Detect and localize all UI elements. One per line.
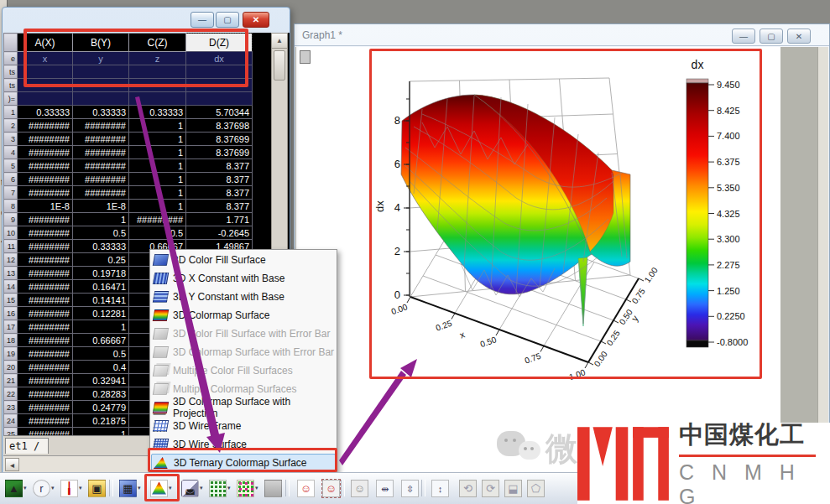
area-plot-icon[interactable]: ▲▾ <box>3 477 29 499</box>
data-cell[interactable]: ######## <box>18 253 73 267</box>
data-cell[interactable]: 1 <box>129 159 186 173</box>
row-number[interactable]: 22 <box>4 387 18 401</box>
data-cell[interactable]: ######## <box>18 119 73 132</box>
3d-surface-icon[interactable]: ▦▾ <box>117 477 143 499</box>
data-cell[interactable]: 0.19718 <box>73 267 129 280</box>
row-number[interactable]: 12 <box>4 253 18 267</box>
data-cell[interactable]: ######## <box>18 173 73 186</box>
data-cell[interactable]: 0.32941 <box>73 374 129 387</box>
data-cell[interactable]: -0.2645 <box>186 226 253 240</box>
data-cell[interactable]: 0.16471 <box>73 280 129 294</box>
row-number[interactable]: 9 <box>4 213 18 226</box>
subheader-cell[interactable] <box>129 92 186 106</box>
column-header-b(y)[interactable]: B(Y) <box>73 34 129 52</box>
row-number[interactable]: 18 <box>4 334 18 347</box>
stock-plot-icon[interactable]: ╽▾ <box>59 477 84 499</box>
menu-item-3d-color-fill-surface-with-error-bar[interactable]: 3D Color Fill Surface with Error Bar <box>151 325 336 343</box>
row-number[interactable]: 3 <box>4 132 18 146</box>
row-number[interactable]: 13 <box>4 267 18 280</box>
graph-close-button[interactable]: ✕ <box>787 29 811 44</box>
resize-icon[interactable]: ↕ <box>430 477 451 499</box>
row-number[interactable]: 23 <box>4 401 18 414</box>
data-cell[interactable]: 0.12281 <box>73 307 129 320</box>
subheader-cell[interactable] <box>186 92 253 106</box>
row-number[interactable]: 25 <box>4 428 18 436</box>
worksheet-titlebar[interactable]: — ▢ ✕ <box>3 8 290 33</box>
data-cell[interactable]: 0.5 <box>129 226 186 240</box>
data-cell[interactable]: 0.25 <box>73 253 129 267</box>
data-cell[interactable]: ######## <box>18 213 73 226</box>
column-header-a(x)[interactable]: A(X) <box>18 34 73 52</box>
data-cell[interactable]: ######## <box>18 307 73 320</box>
data-cell[interactable]: ######## <box>73 186 129 200</box>
layer1-icon[interactable] <box>300 50 311 64</box>
column-header-c(z)[interactable]: C(Z) <box>129 34 186 52</box>
data-cell[interactable]: 1E-8 <box>73 200 129 213</box>
data-cell[interactable]: 0.5 <box>73 347 129 361</box>
subheader-cell[interactable]: x <box>18 52 73 65</box>
row-number[interactable]: 17 <box>4 320 18 334</box>
dropdown-arrow-icon[interactable]: ▾ <box>227 485 231 491</box>
data-cell[interactable]: ######## <box>18 401 73 414</box>
sheet-tab[interactable]: et1 / <box>5 438 49 454</box>
polar-plot-icon[interactable]: r▾ <box>31 477 56 499</box>
smiley-gray-icon[interactable]: ☺ <box>349 477 370 499</box>
data-cell[interactable]: 0.66667 <box>73 334 129 347</box>
row-number[interactable]: 6 <box>4 173 18 186</box>
subheader-cell[interactable] <box>73 79 129 92</box>
data-cell[interactable]: 8.377 <box>186 200 253 213</box>
row-number[interactable]: 19 <box>4 347 18 361</box>
smiley-select-icon[interactable]: ☺ <box>321 477 342 499</box>
menu-item-3d-wire-surface[interactable]: 3D Wire Surface <box>151 435 336 454</box>
data-cell[interactable]: 0.33333 <box>129 106 186 119</box>
data-cell[interactable]: ######## <box>18 280 73 294</box>
3d-pie-icon[interactable]: ◛▾ <box>180 477 205 499</box>
data-cell[interactable]: 0.4 <box>73 361 129 374</box>
data-cell[interactable]: ######## <box>73 173 129 186</box>
graph-minimize-button[interactable]: — <box>732 29 755 44</box>
dropdown-arrow-icon[interactable]: ▾ <box>255 485 258 491</box>
data-cell[interactable]: 0.14141 <box>73 294 129 307</box>
row-number[interactable]: 5 <box>4 159 18 173</box>
menu-item-3d-y-constant-with-base[interactable]: 3D Y Constant with Base <box>151 288 336 306</box>
subheader-cell[interactable]: y <box>73 52 129 65</box>
data-cell[interactable]: 8.37698 <box>186 119 253 132</box>
data-cell[interactable]: 1 <box>73 213 129 226</box>
scroll-up-icon[interactable]: ▲ <box>272 34 287 49</box>
data-cell[interactable]: 0.33333 <box>73 106 129 119</box>
dropdown-arrow-icon[interactable]: ▾ <box>79 485 82 491</box>
worksheet-maximize-button[interactable]: ▢ <box>216 12 239 28</box>
row-number[interactable]: 15 <box>4 294 18 307</box>
data-cell[interactable]: ######## <box>18 294 73 307</box>
data-cell[interactable]: 5.70344 <box>186 106 253 119</box>
data-cell[interactable]: 0.5 <box>73 226 129 240</box>
column-header-d(z)[interactable]: D(Z) <box>186 34 253 52</box>
row-number[interactable]: 2 <box>4 119 18 132</box>
dropdown-arrow-icon[interactable]: ▾ <box>169 485 172 491</box>
data-cell[interactable]: ######## <box>18 132 73 146</box>
row-number[interactable]: 24 <box>4 414 18 428</box>
data-cell[interactable]: 8.377 <box>186 186 253 200</box>
data-cell[interactable]: 8.37699 <box>186 146 253 159</box>
dropdown-arrow-icon[interactable]: ▾ <box>23 485 27 491</box>
row-number[interactable]: 4 <box>4 146 18 159</box>
dropdown-arrow-icon[interactable]: ▾ <box>51 485 55 491</box>
data-cell[interactable]: 0.21875 <box>73 414 129 428</box>
row-number[interactable]: 21 <box>4 374 18 387</box>
data-cell[interactable]: 1 <box>73 428 129 436</box>
data-cell[interactable]: ######## <box>18 361 73 374</box>
blank-plot-icon[interactable] <box>263 477 284 499</box>
subheader-cell[interactable] <box>73 65 129 79</box>
subheader-cell[interactable]: z <box>129 52 186 65</box>
row-number[interactable]: 10 <box>4 226 18 240</box>
worksheet-close-button[interactable]: ✕ <box>243 12 269 28</box>
data-cell[interactable]: 1 <box>129 146 186 159</box>
subheader-cell[interactable] <box>73 92 129 106</box>
row-number[interactable]: 20 <box>4 361 18 374</box>
data-cell[interactable]: ######## <box>18 320 73 334</box>
menu-item-3d-ternary-colormap-surface[interactable]: 3D Ternary Colormap Surface <box>151 454 336 472</box>
row-number[interactable]: 1 <box>4 106 18 119</box>
tilt-icon[interactable]: ⬓ <box>503 477 524 499</box>
row-number[interactable]: 7 <box>4 186 18 200</box>
graph-right-margin-scroll[interactable] <box>817 47 828 477</box>
